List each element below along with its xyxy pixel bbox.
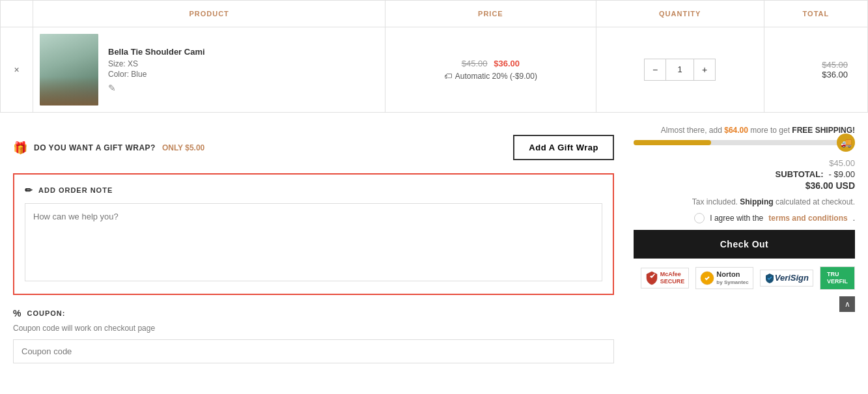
- verisign-label: VeriSign: [775, 273, 809, 283]
- subtotal-original-value: $45.00: [829, 158, 855, 168]
- price-original: $45.00: [462, 59, 488, 68]
- mcafee-badge: McAfeeSECURE: [641, 268, 690, 288]
- terms-checkbox[interactable]: [694, 213, 705, 223]
- total-original: $45.00: [771, 60, 848, 70]
- terms-text: I agree with the: [710, 214, 763, 223]
- col-quantity: QUANTITY: [596, 1, 764, 27]
- total-cell: $45.00 $36.00: [771, 60, 861, 79]
- order-note-textarea[interactable]: [25, 203, 602, 281]
- quantity-decrease-button[interactable]: −: [645, 59, 665, 80]
- price-cell: $45.00 $36.00 🏷 Automatic 20% (-$9.00): [392, 59, 589, 81]
- gift-wrap-row: 🎁 DO YOU WANT A GIFT WRAP? ONLY $5.00 Ad…: [13, 126, 614, 173]
- main-layout: 🎁 DO YOU WANT A GIFT WRAP? ONLY $5.00 Ad…: [0, 126, 868, 376]
- remove-item-button[interactable]: ×: [10, 61, 22, 78]
- tru-badge: TRUVERFIL: [820, 266, 855, 290]
- product-cell: Bella Tie Shoulder Cami Size: XS Color: …: [40, 34, 378, 106]
- subtotal-label: SUBTOTAL:: [776, 169, 824, 179]
- col-remove: [1, 1, 33, 27]
- col-price: PRICE: [385, 1, 596, 27]
- product-color: Color: Blue: [108, 70, 205, 79]
- percent-icon: %: [13, 308, 21, 318]
- gift-wrap-left: 🎁 DO YOU WANT A GIFT WRAP? ONLY $5.00: [13, 141, 204, 155]
- tax-shipping-text: Tax included. Shipping calculated at che…: [634, 197, 855, 206]
- quantity-increase-button[interactable]: +: [694, 59, 715, 80]
- pencil-icon: ✏: [25, 185, 33, 195]
- progress-bar-container: 🚚: [634, 140, 855, 145]
- left-column: 🎁 DO YOU WANT A GIFT WRAP? ONLY $5.00 Ad…: [13, 126, 614, 363]
- gift-wrap-label: DO YOU WANT A GIFT WRAP?: [34, 143, 156, 152]
- shipping-link[interactable]: Shipping: [740, 197, 773, 206]
- discount-label: Automatic 20% (-$9.00): [455, 72, 537, 81]
- product-image: [40, 34, 98, 106]
- subtotal-discount-value: - $9.00: [829, 169, 855, 179]
- total-discounted: $36.00: [771, 70, 848, 79]
- verisign-icon: [764, 273, 775, 283]
- terms-period: .: [853, 214, 855, 223]
- norton-badge: Norton by Symantec: [695, 267, 753, 289]
- mcafee-icon: [645, 271, 658, 285]
- table-row: × Bella Tie Shoulder Cami Size: XS Color…: [1, 27, 868, 113]
- discount-row: 🏷 Automatic 20% (-$9.00): [392, 72, 589, 81]
- trust-badges: McAfeeSECURE Norton by Symantec: [634, 266, 855, 312]
- norton-label: Norton by Symantec: [716, 270, 748, 286]
- quantity-control: − 1 +: [644, 59, 716, 81]
- terms-row: I agree with the terms and conditions .: [634, 213, 855, 223]
- tag-icon: 🏷: [444, 72, 452, 81]
- coupon-input[interactable]: [13, 339, 614, 363]
- subtotal-main-row: SUBTOTAL: - $9.00: [634, 169, 855, 179]
- order-note-title: ADD ORDER NOTE: [38, 186, 113, 194]
- subtotal-block: $45.00 SUBTOTAL: - $9.00 $36.00 USD: [634, 158, 855, 191]
- subtotal-original-row: $45.00: [634, 158, 855, 168]
- scroll-top-button[interactable]: ∧: [839, 296, 855, 312]
- mcafee-label: McAfeeSECURE: [660, 271, 685, 285]
- col-product: PRODUCT: [33, 1, 385, 27]
- shipping-amount: $64.00: [724, 126, 748, 135]
- col-total: TOTAL: [764, 1, 867, 27]
- order-note-header: ✏ ADD ORDER NOTE: [25, 185, 602, 195]
- product-name: Bella Tie Shoulder Cami: [108, 47, 205, 57]
- cart-table: PRODUCT PRICE QUANTITY TOTAL × Bella Tie…: [0, 0, 868, 113]
- shipping-progress: Almost there, add $64.00 more to get FRE…: [634, 126, 855, 145]
- verisign-badge: VeriSign: [760, 270, 813, 287]
- checkout-button[interactable]: Check Out: [634, 230, 855, 259]
- subtotal-total-value: $36.00 USD: [805, 180, 855, 191]
- quantity-cell: − 1 +: [603, 59, 757, 81]
- add-gift-wrap-button[interactable]: Add A Gift Wrap: [513, 135, 614, 160]
- coupon-title: COUPON:: [27, 309, 65, 317]
- tru-label: TRUVERFIL: [824, 270, 850, 287]
- edit-product-icon[interactable]: ✎: [108, 83, 205, 93]
- subtotal-total-row: $36.00 USD: [634, 180, 855, 191]
- right-column: Almost there, add $64.00 more to get FRE…: [634, 126, 855, 363]
- progress-bar-fill: [634, 140, 711, 145]
- coupon-section: % COUPON: Coupon code will work on check…: [13, 308, 614, 363]
- truck-icon: 🚚: [837, 134, 855, 152]
- terms-link[interactable]: terms and conditions: [768, 214, 847, 223]
- price-discounted: $36.00: [494, 59, 520, 68]
- gift-icon: 🎁: [13, 141, 27, 155]
- gift-wrap-price: ONLY $5.00: [162, 143, 204, 152]
- product-size: Size: XS: [108, 59, 205, 68]
- coupon-header: % COUPON:: [13, 308, 614, 318]
- quantity-value: 1: [665, 59, 694, 80]
- product-info: Bella Tie Shoulder Cami Size: XS Color: …: [108, 47, 205, 93]
- coupon-subtext: Coupon code will work on checkout page: [13, 324, 614, 333]
- norton-icon: [700, 271, 714, 285]
- order-note-section: ✏ ADD ORDER NOTE: [13, 173, 614, 295]
- shipping-progress-text: Almost there, add $64.00 more to get FRE…: [634, 126, 855, 135]
